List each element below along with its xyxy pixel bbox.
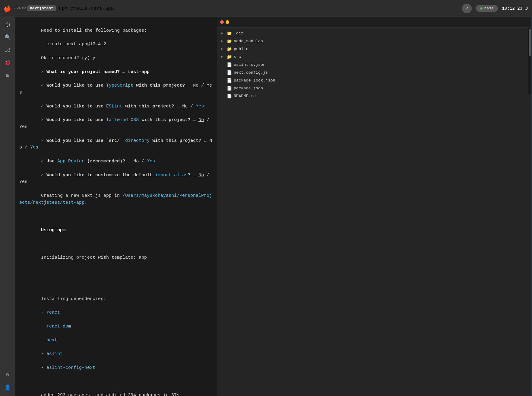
terminal-approuter: Use App Router (recommended)? … No / Yes (44, 159, 155, 164)
explorer-item-readme[interactable]: ▶ 📄 README.md (217, 92, 532, 100)
terminal-initializing: Initializing project with template: app (41, 255, 147, 260)
terminal-using-npm: Using npm. (41, 228, 68, 233)
sidebar-icon-explorer[interactable]: ⬡ (2, 19, 13, 30)
file-name-next-config: next.config.js (234, 70, 268, 75)
sidebar-icon-debug[interactable]: 🐞 (2, 57, 13, 68)
explorer-top-bar (217, 17, 532, 27)
explorer-item-src[interactable]: ▶ 📁 src (217, 53, 532, 61)
file-name-package-lock: package.lock.json (234, 78, 275, 83)
terminal-line-1: Need to install the following packages: (41, 28, 147, 33)
check-4: ✓ (41, 117, 44, 123)
titlebar-left: 🍎 ~ /Pe/ nextjstest npx create-next-app (4, 5, 462, 12)
terminal-output: Need to install the following packages: … (19, 21, 213, 396)
checkmark-icon: ✓ (465, 5, 468, 11)
tilde-icon: ~ (13, 6, 16, 11)
breadcrumb-separator: /Pe/ (17, 6, 26, 11)
terminal-typescript: Would you like to use TypeScript with th… (19, 83, 212, 95)
json-icon: 📄 (227, 86, 232, 91)
terminal-line-3: Ok to proceed? (y) y (41, 56, 95, 61)
terminal-dep-react-dom: - react-dom (41, 324, 71, 329)
breadcrumb: ~ /Pe/ nextjstest (13, 5, 56, 11)
explorer-item-node-modules[interactable]: ▶ 📁 node_modules (217, 37, 532, 45)
explorer-item-eslintrc[interactable]: ▶ 📄 eslintro.json (217, 61, 532, 69)
terminal-command: npx create-next-app (59, 6, 114, 11)
explorer-item-package-lock[interactable]: ▶ 📄 package.lock.json (217, 76, 532, 84)
panels-area: Need to install the following packages: … (15, 17, 532, 396)
folder-icon: 📁 (227, 46, 232, 52)
check-2: ✓ (41, 83, 44, 88)
check-6: ✓ (41, 159, 44, 164)
folder-icon: 📁 (227, 54, 232, 59)
terminal-panel[interactable]: Need to install the following packages: … (15, 17, 217, 396)
terminal-project-name: What is your project named? … test-app (44, 69, 150, 75)
sidebar-bottom-icons: ⚙ 👤 (2, 369, 13, 392)
terminal-dep-react: - react (41, 310, 60, 315)
terminal-tailwind: Would you like to use Tailwind CSS with … (19, 117, 212, 129)
chevron-icon: ▶ (221, 39, 225, 43)
terminal-line-2: create-next-app@13.4.2 (41, 42, 106, 47)
explorer-items: ▶ 📁 .git ▶ 📁 node_modules ▶ 📁 public ▶ � (217, 27, 532, 102)
folder-icon: 📁 (227, 31, 232, 36)
explorer-item-package-json[interactable]: ▶ 📄 package.json (217, 84, 532, 92)
file-name-readme: README.md (234, 94, 256, 98)
time-display: 19:12:23 ⏱ (502, 6, 528, 11)
scrollbar-thumb[interactable] (529, 29, 531, 56)
sidebar-icon-extensions[interactable]: ⊞ (2, 70, 13, 80)
status-dot (480, 7, 483, 10)
chevron-icon: ▶ (221, 31, 225, 35)
sidebar-icon-settings[interactable]: ⚙ (2, 369, 13, 380)
folder-name-git: .git (234, 31, 243, 36)
tab-close-button[interactable] (220, 20, 224, 24)
terminal-dep-eslint: - eslint (41, 351, 63, 356)
terminal-installing: Installing dependencies: (41, 296, 106, 302)
check-7: ✓ (41, 173, 44, 178)
md-icon: 📄 (227, 94, 232, 99)
base-label: base (484, 6, 494, 11)
terminal-creating: Creating a new Next.js app in /Users/may… (19, 193, 212, 205)
current-directory[interactable]: nextjstest (27, 5, 56, 11)
terminal-eslint: Would you like to use ESLint with this p… (44, 104, 204, 109)
terminal-importalias: Would you like to customize the default … (19, 173, 212, 185)
time-text: 19:12:23 (502, 6, 522, 11)
json-icon: 📄 (227, 78, 232, 83)
sidebar-icon-user[interactable]: 👤 (2, 382, 13, 392)
explorer-panel: ▶ 📁 .git ▶ 📁 node_modules ▶ 📁 public ▶ � (217, 17, 532, 396)
explorer-item-git[interactable]: ▶ 📁 .git (217, 29, 532, 37)
chevron-icon: ▶ (221, 47, 225, 51)
checkmark-button[interactable]: ✓ (462, 4, 472, 13)
folder-icon: 📁 (227, 39, 232, 44)
file-name-eslintrc: eslintro.json (234, 62, 265, 67)
explorer-item-next-config[interactable]: ▶ 📄 next.config.js (217, 69, 532, 76)
js-icon: 📄 (227, 70, 232, 75)
chevron-icon: ▶ (221, 55, 225, 59)
left-sidebar: ⬡ 🔍 ⎇ 🐞 ⊞ ⚙ 👤 (0, 17, 15, 396)
apple-logo-icon: 🍎 (4, 5, 10, 12)
content-wrapper: ⬡ 🔍 ⎇ 🐞 ⊞ ⚙ 👤 Need to install the follow… (0, 17, 532, 396)
base-badge[interactable]: base (476, 5, 498, 12)
sidebar-icon-git[interactable]: ⎇ (2, 45, 13, 55)
titlebar-right: ✓ base 19:12:23 ⏱ (462, 4, 528, 13)
tab-minimize-button[interactable] (226, 20, 229, 24)
folder-name-src: src (234, 55, 241, 59)
titlebar: 🍎 ~ /Pe/ nextjstest npx create-next-app … (0, 0, 532, 17)
json-icon: 📄 (227, 62, 232, 67)
sidebar-icon-search[interactable]: 🔍 (2, 32, 13, 42)
folder-name-public: public (234, 47, 249, 51)
explorer-item-public[interactable]: ▶ 📁 public (217, 45, 532, 53)
check-3: ✓ (41, 104, 44, 109)
terminal-added: added 293 packages, and audited 294 pack… (41, 393, 179, 396)
terminal-dep-next: - next (41, 338, 57, 343)
file-name-package-json: package.json (234, 86, 263, 91)
check-1: ✓ (41, 69, 44, 75)
folder-name-node-modules: node_modules (234, 39, 263, 43)
terminal-dep-eslint-config: - eslint-config-next (41, 365, 95, 370)
terminal-srcdir: Would you like to use `src/` directory w… (19, 138, 212, 150)
clock-icon: ⏱ (524, 6, 528, 11)
check-5: ✓ (41, 138, 44, 143)
